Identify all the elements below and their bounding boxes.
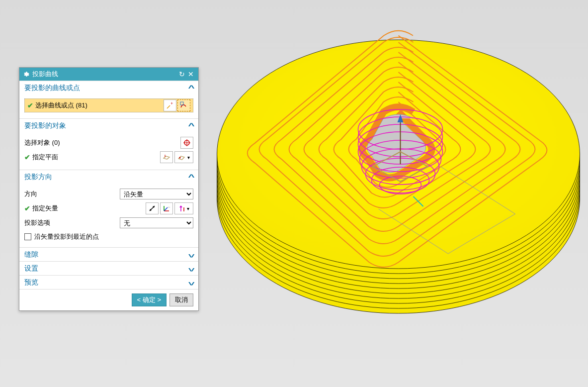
section-projection-direction[interactable]: 投影方向 ^ xyxy=(19,170,198,184)
chevron-up-icon: ^ xyxy=(188,173,194,181)
add-selection-icon[interactable]: + xyxy=(164,99,176,111)
ok-button[interactable]: < 确定 > xyxy=(132,293,167,306)
nearest-point-checkbox-row[interactable]: 沿矢量投影到最近的点 xyxy=(24,231,193,243)
section-gap[interactable]: 缝隙 ^ xyxy=(19,247,198,261)
chevron-down-icon: ^ xyxy=(188,251,194,259)
gear-icon xyxy=(22,71,29,78)
dropdown-arrow-icon: ▾ xyxy=(187,206,189,211)
projection-option-label: 投影选项 xyxy=(24,218,50,227)
select-curve-row[interactable]: ✔ 选择曲线或点 (81) + xyxy=(24,98,193,112)
direction-select[interactable]: 沿矢量 xyxy=(120,189,193,199)
check-icon: ✔ xyxy=(27,101,33,109)
svg-marker-37 xyxy=(179,205,182,207)
direction-label: 方向 xyxy=(24,190,37,198)
reset-icon[interactable]: ↻ xyxy=(177,70,186,78)
chevron-up-icon: ^ xyxy=(188,84,194,92)
chevron-up-icon: ^ xyxy=(188,122,194,130)
check-icon: ✔ xyxy=(24,204,30,212)
cancel-button[interactable]: 取消 xyxy=(169,293,193,306)
specify-vector-row[interactable]: ✔ 指定矢量 … ▾ xyxy=(24,202,193,215)
plane-type-icon[interactable]: ▾ xyxy=(174,151,193,163)
select-object-row[interactable]: 选择对象 (0) xyxy=(24,136,193,149)
dialog-title: 投影曲线 xyxy=(32,70,177,79)
project-curve-dialog: 投影曲线 ↻ ✕ 要投影的曲线或点 ^ ✔ 选择曲线或点 (81) + 要投影的… xyxy=(19,67,199,311)
plane-dialog-icon[interactable] xyxy=(160,151,173,163)
section-curves-to-project[interactable]: 要投影的曲线或点 ^ xyxy=(19,81,198,95)
reverse-vector-icon[interactable] xyxy=(146,202,159,214)
section-settings[interactable]: 设置 ^ xyxy=(19,261,198,275)
checkbox-icon[interactable] xyxy=(24,233,31,240)
model-viewport[interactable] xyxy=(204,0,588,387)
chevron-down-icon: ^ xyxy=(188,265,194,273)
select-curve-label: 选择曲线或点 (81) xyxy=(35,101,87,110)
select-object-label: 选择对象 (0) xyxy=(24,138,60,147)
svg-text:…: … xyxy=(168,204,170,208)
vector-type-icon[interactable]: ▾ xyxy=(174,202,193,214)
curve-selection-icon[interactable] xyxy=(177,99,190,111)
specify-plane-row[interactable]: ✔ 指定平面 ▾ xyxy=(24,151,193,164)
vector-dialog-icon[interactable]: … xyxy=(160,202,173,214)
target-icon[interactable] xyxy=(180,137,193,149)
svg-point-28 xyxy=(179,157,181,159)
check-icon: ✔ xyxy=(24,153,30,161)
nearest-point-label: 沿矢量投影到最近的点 xyxy=(34,232,99,241)
svg-text:+: + xyxy=(170,101,173,106)
svg-line-34 xyxy=(164,207,168,211)
close-icon[interactable]: ✕ xyxy=(186,70,195,78)
dialog-titlebar[interactable]: 投影曲线 ↻ ✕ xyxy=(19,68,198,81)
specify-plane-label: 指定平面 xyxy=(32,153,58,162)
projection-option-select[interactable]: 无 xyxy=(120,217,193,228)
section-objects-to-project[interactable]: 要投影的对象 ^ xyxy=(19,118,198,132)
specify-vector-label: 指定矢量 xyxy=(32,204,58,213)
dropdown-arrow-icon: ▾ xyxy=(187,155,190,160)
section-preview[interactable]: 预览 ^ xyxy=(19,275,198,289)
chevron-down-icon: ^ xyxy=(188,279,194,287)
